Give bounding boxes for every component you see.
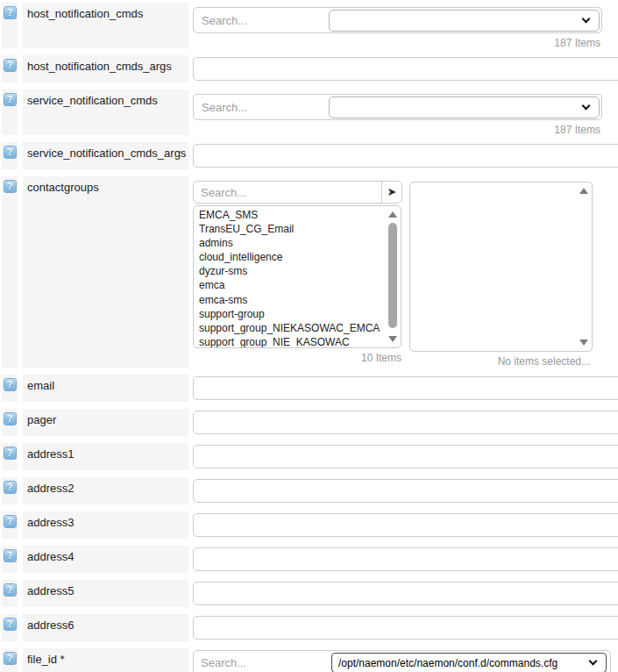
text-field[interactable] — [193, 616, 618, 640]
form-row: ? file_id * /opt/naemon/etc/naemon/conf.… — [2, 648, 618, 672]
list-option[interactable]: emca — [199, 278, 401, 292]
field-label: email — [23, 375, 188, 402]
help-icon-cell: ? — [2, 375, 18, 402]
form-row: ? host_notification_cmds_args — [2, 55, 618, 82]
help-icon-cell: ? — [2, 614, 18, 641]
list-option[interactable]: dyzur-sms — [199, 264, 401, 278]
list-option[interactable]: TransEU_CG_Email — [199, 222, 401, 236]
field-content — [193, 580, 618, 607]
text-field[interactable] — [193, 57, 618, 81]
field-content — [193, 55, 618, 82]
field-label: contactgroups — [23, 176, 188, 368]
field-label: address3 — [23, 511, 188, 539]
help-icon[interactable]: ? — [4, 481, 17, 494]
field-content: /opt/naemon/etc/naemon/conf.d/commands.c… — [193, 648, 618, 672]
form-row: ? address6 — [2, 614, 618, 641]
help-icon[interactable]: ? — [4, 583, 17, 597]
scrollbar[interactable] — [387, 208, 399, 346]
help-icon[interactable]: ? — [4, 618, 17, 631]
list-option[interactable]: admins — [199, 236, 401, 250]
field-label: pager — [23, 409, 188, 436]
selected-listbox[interactable] — [409, 182, 593, 352]
contact-config-form: ? host_notification_cmds 187 Items ? hos… — [0, 0, 618, 672]
form-row: ? address2 — [2, 477, 618, 504]
help-icon-cell: ? — [2, 55, 18, 82]
scrollbar[interactable] — [578, 184, 590, 349]
form-row: ? address3 — [2, 511, 618, 539]
options-list: EMCA_SMSTransEU_CG_Emailadminscloud_inte… — [194, 206, 401, 348]
text-field[interactable] — [193, 547, 618, 571]
field-content — [193, 409, 618, 436]
form-row: ? contactgroups ➤ EMCA_SMSTransEU_CG_Ema… — [2, 176, 618, 368]
field-content — [193, 142, 618, 169]
no-items-selected-text: No items selected... — [409, 355, 590, 368]
field-label: address1 — [23, 443, 188, 470]
field-content: 187 Items — [193, 89, 618, 135]
form-row: ? host_notification_cmds 187 Items — [2, 3, 618, 48]
text-field[interactable] — [193, 513, 618, 537]
dropdown-select[interactable] — [329, 97, 600, 118]
scroll-up-icon[interactable] — [579, 188, 588, 194]
help-icon[interactable]: ? — [4, 146, 17, 159]
help-icon[interactable]: ? — [4, 93, 17, 106]
help-icon-cell: ? — [2, 176, 18, 368]
dropdown-selected-value: /opt/naemon/etc/naemon/conf.d/commands.c… — [338, 657, 558, 669]
text-field[interactable] — [193, 582, 618, 605]
field-label: service_notification_cmds_args — [23, 142, 188, 169]
help-icon-cell: ? — [2, 142, 18, 169]
field-label: address2 — [23, 477, 188, 504]
items-count: 187 Items — [193, 37, 600, 49]
form-row: ? address4 — [2, 546, 618, 573]
file-dropdown-select[interactable]: /opt/naemon/etc/naemon/conf.d/commands.c… — [331, 653, 607, 672]
chevron-down-icon — [582, 102, 591, 111]
help-icon[interactable]: ? — [4, 412, 17, 425]
field-content — [193, 443, 618, 470]
form-row: ? service_notification_cmds_args — [2, 142, 618, 169]
text-field[interactable] — [193, 376, 618, 400]
search-input[interactable] — [193, 181, 382, 204]
help-icon[interactable]: ? — [4, 59, 17, 72]
field-label: host_notification_cmds — [23, 3, 188, 48]
help-icon-cell: ? — [2, 546, 18, 573]
field-content — [193, 614, 618, 641]
help-icon-cell: ? — [2, 89, 18, 135]
list-option[interactable]: cloud_intelligence — [199, 250, 401, 264]
help-icon[interactable]: ? — [4, 652, 17, 665]
move-right-button[interactable]: ➤ — [381, 181, 402, 204]
field-content: ➤ EMCA_SMSTransEU_CG_Emailadminscloud_in… — [193, 176, 618, 368]
help-icon-cell: ? — [2, 511, 18, 539]
form-row: ? service_notification_cmds 187 Items — [2, 89, 618, 135]
options-listbox[interactable]: EMCA_SMSTransEU_CG_Emailadminscloud_inte… — [193, 205, 401, 348]
field-label: service_notification_cmds — [23, 89, 188, 135]
field-content — [193, 375, 618, 402]
form-row: ? pager — [2, 409, 618, 436]
help-icon[interactable]: ? — [4, 180, 17, 193]
help-icon[interactable]: ? — [4, 447, 17, 460]
field-label: address6 — [23, 614, 188, 641]
list-option[interactable]: support_group_NIE_KASOWAC — [199, 335, 401, 348]
scroll-down-icon[interactable] — [388, 336, 397, 342]
help-icon-cell: ? — [2, 477, 18, 504]
chevron-down-icon — [582, 15, 591, 24]
scroll-up-icon[interactable] — [388, 211, 397, 218]
help-icon[interactable]: ? — [4, 378, 17, 391]
help-icon[interactable]: ? — [4, 515, 17, 528]
list-option[interactable]: emca-sms — [199, 293, 401, 307]
help-icon[interactable]: ? — [4, 549, 17, 562]
text-field[interactable] — [193, 479, 618, 503]
list-option[interactable]: EMCA_SMS — [199, 208, 401, 222]
scroll-down-icon[interactable] — [579, 340, 588, 346]
field-label: file_id * — [23, 648, 188, 672]
help-icon-cell: ? — [2, 648, 18, 672]
scrollbar-thumb[interactable] — [388, 223, 397, 328]
dropdown-select[interactable] — [329, 10, 600, 32]
text-field[interactable] — [193, 411, 618, 434]
field-label: address5 — [23, 580, 188, 607]
field-content: 187 Items — [193, 3, 618, 48]
list-option[interactable]: support_group_NIEKASOWAC_EMCA — [199, 321, 401, 335]
text-field[interactable] — [193, 144, 618, 168]
help-icon[interactable]: ? — [4, 6, 17, 19]
list-option[interactable]: support-group — [199, 307, 401, 321]
text-field[interactable] — [193, 445, 618, 468]
help-icon-cell: ? — [2, 3, 18, 48]
